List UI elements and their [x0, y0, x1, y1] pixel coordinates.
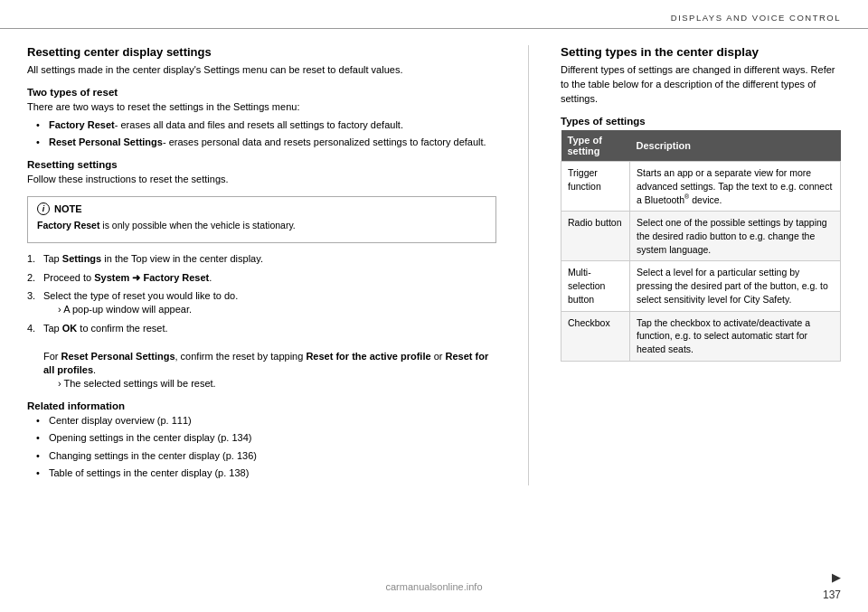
step-4-result: The selected settings will be reset. [43, 378, 216, 389]
type-trigger: Trigger function [561, 161, 630, 212]
related-info-title: Related information [27, 400, 496, 411]
col-header-description: Description [629, 130, 840, 162]
step-3-result: A pop-up window will appear. [43, 304, 192, 315]
note-body: Factory Reset is only possible when the … [37, 219, 486, 232]
section-title-resetting: Resetting center display settings [27, 45, 496, 59]
table-row: Checkbox Tap the checkbox to activate/de… [561, 311, 841, 361]
sub-title-two-types: Two types of reset [27, 87, 496, 98]
section3-intro: Follow these instructions to reset the s… [27, 173, 496, 187]
section1-intro: All settings made in the center display'… [27, 63, 496, 78]
col-header-type: Type of setting [561, 130, 630, 162]
desc-trigger: Starts an app or a separate view for mor… [629, 161, 840, 212]
table-title: Types of settings [561, 116, 841, 127]
section2-intro: There are two ways to reset the settings… [27, 100, 496, 115]
next-arrow: ▶ [832, 570, 841, 584]
desc-checkbox: Tap the checkbox to activate/deactivate … [629, 311, 840, 361]
related-info-list: Center display overview (p. 111) Opening… [27, 414, 496, 481]
sub-title-resetting-settings: Resetting settings [27, 159, 496, 170]
table-row: Trigger function Starts an app or a sepa… [561, 161, 841, 212]
type-multi: Multi-selection button [561, 261, 630, 311]
note-header: i NOTE [37, 202, 486, 215]
settings-table: Type of setting Description Trigger func… [561, 130, 841, 362]
step-1: 1. Tap Settings in the Top view in the c… [27, 252, 496, 266]
column-divider [528, 45, 529, 485]
related-item-2: Opening settings in the center display (… [36, 431, 496, 445]
info-icon: i [37, 202, 50, 215]
right-column: Setting types in the center display Diff… [561, 45, 841, 485]
page-number: 137 [823, 588, 841, 601]
page-header: DISPLAYS AND VOICE CONTROL [0, 0, 868, 29]
steps-list: 1. Tap Settings in the Top view in the c… [27, 252, 496, 391]
note-box: i NOTE Factory Reset is only possible wh… [27, 196, 496, 244]
reset-types-list: Factory Reset- erases all data and files… [27, 118, 496, 150]
right-section-title: Setting types in the center display [561, 45, 841, 59]
watermark: carmanualsonline.info [385, 581, 482, 592]
related-item-4: Table of settings in the center display … [36, 466, 496, 480]
table-row: Radio button Select one of the possible … [561, 212, 841, 261]
list-item-factory-reset: Factory Reset- erases all data and files… [36, 118, 496, 132]
step-2: 2. Proceed to System ➜ Factory Reset. [27, 271, 496, 285]
related-item-3: Changing settings in the center display … [36, 449, 496, 463]
list-item-personal-settings: Reset Personal Settings- erases personal… [36, 136, 496, 149]
step-3: 3. Select the type of reset you would li… [27, 289, 496, 317]
desc-radio: Select one of the possible settings by t… [629, 212, 840, 261]
page-footer: ▶ 137 [823, 570, 841, 601]
type-radio: Radio button [561, 212, 630, 261]
step-4: 4. Tap OK to confirm the reset. For Rese… [27, 322, 496, 391]
table-row: Multi-selection button Select a level fo… [561, 261, 841, 311]
right-intro: Different types of settings are changed … [561, 63, 841, 107]
type-checkbox: Checkbox [561, 311, 630, 361]
left-column: Resetting center display settings All se… [27, 45, 496, 485]
desc-multi: Select a level for a particular setting … [629, 261, 840, 311]
related-item-1: Center display overview (p. 111) [36, 414, 496, 428]
